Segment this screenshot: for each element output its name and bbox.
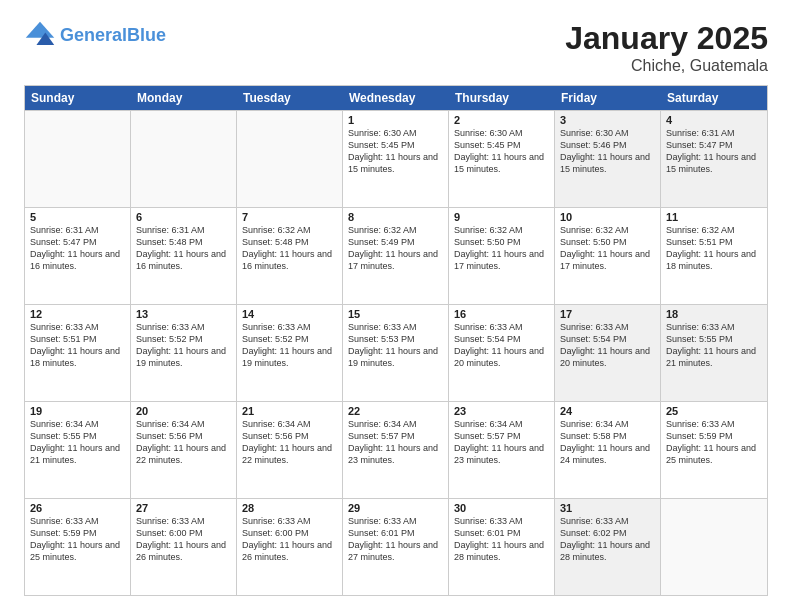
day-info: Sunrise: 6:33 AM Sunset: 5:59 PM Dayligh…: [666, 418, 762, 467]
day-number: 27: [136, 502, 231, 514]
day-number: 30: [454, 502, 549, 514]
svg-marker-0: [26, 22, 54, 38]
day-info: Sunrise: 6:34 AM Sunset: 5:57 PM Dayligh…: [454, 418, 549, 467]
day-number: 9: [454, 211, 549, 223]
day-number: 13: [136, 308, 231, 320]
day-info: Sunrise: 6:33 AM Sunset: 6:00 PM Dayligh…: [242, 515, 337, 564]
calendar-cell: 10Sunrise: 6:32 AM Sunset: 5:50 PM Dayli…: [555, 208, 661, 304]
header: GeneralBlue January 2025 Chiche, Guatema…: [24, 20, 768, 75]
calendar-cell: 16Sunrise: 6:33 AM Sunset: 5:54 PM Dayli…: [449, 305, 555, 401]
day-info: Sunrise: 6:32 AM Sunset: 5:51 PM Dayligh…: [666, 224, 762, 273]
header-day-wednesday: Wednesday: [343, 86, 449, 110]
day-info: Sunrise: 6:31 AM Sunset: 5:47 PM Dayligh…: [30, 224, 125, 273]
calendar-cell: [25, 111, 131, 207]
calendar-cell: 23Sunrise: 6:34 AM Sunset: 5:57 PM Dayli…: [449, 402, 555, 498]
calendar-cell: 20Sunrise: 6:34 AM Sunset: 5:56 PM Dayli…: [131, 402, 237, 498]
calendar-week-4: 19Sunrise: 6:34 AM Sunset: 5:55 PM Dayli…: [25, 401, 767, 498]
day-number: 11: [666, 211, 762, 223]
day-number: 23: [454, 405, 549, 417]
day-number: 22: [348, 405, 443, 417]
day-number: 31: [560, 502, 655, 514]
calendar-cell: 7Sunrise: 6:32 AM Sunset: 5:48 PM Daylig…: [237, 208, 343, 304]
day-number: 25: [666, 405, 762, 417]
header-day-friday: Friday: [555, 86, 661, 110]
day-number: 29: [348, 502, 443, 514]
day-number: 20: [136, 405, 231, 417]
calendar-cell: 13Sunrise: 6:33 AM Sunset: 5:52 PM Dayli…: [131, 305, 237, 401]
day-number: 15: [348, 308, 443, 320]
calendar-cell: 15Sunrise: 6:33 AM Sunset: 5:53 PM Dayli…: [343, 305, 449, 401]
calendar-cell: 28Sunrise: 6:33 AM Sunset: 6:00 PM Dayli…: [237, 499, 343, 595]
day-number: 4: [666, 114, 762, 126]
calendar-cell: 17Sunrise: 6:33 AM Sunset: 5:54 PM Dayli…: [555, 305, 661, 401]
calendar-cell: 24Sunrise: 6:34 AM Sunset: 5:58 PM Dayli…: [555, 402, 661, 498]
page: GeneralBlue January 2025 Chiche, Guatema…: [0, 0, 792, 612]
calendar-cell: 25Sunrise: 6:33 AM Sunset: 5:59 PM Dayli…: [661, 402, 767, 498]
calendar-cell: 19Sunrise: 6:34 AM Sunset: 5:55 PM Dayli…: [25, 402, 131, 498]
day-number: 2: [454, 114, 549, 126]
day-info: Sunrise: 6:33 AM Sunset: 5:51 PM Dayligh…: [30, 321, 125, 370]
calendar: SundayMondayTuesdayWednesdayThursdayFrid…: [24, 85, 768, 596]
calendar-cell: 31Sunrise: 6:33 AM Sunset: 6:02 PM Dayli…: [555, 499, 661, 595]
header-day-sunday: Sunday: [25, 86, 131, 110]
day-number: 24: [560, 405, 655, 417]
header-day-tuesday: Tuesday: [237, 86, 343, 110]
calendar-cell: 29Sunrise: 6:33 AM Sunset: 6:01 PM Dayli…: [343, 499, 449, 595]
calendar-header: SundayMondayTuesdayWednesdayThursdayFrid…: [25, 86, 767, 110]
day-info: Sunrise: 6:33 AM Sunset: 5:52 PM Dayligh…: [136, 321, 231, 370]
day-info: Sunrise: 6:32 AM Sunset: 5:50 PM Dayligh…: [560, 224, 655, 273]
calendar-cell: 2Sunrise: 6:30 AM Sunset: 5:45 PM Daylig…: [449, 111, 555, 207]
day-info: Sunrise: 6:33 AM Sunset: 5:55 PM Dayligh…: [666, 321, 762, 370]
calendar-cell: [661, 499, 767, 595]
day-info: Sunrise: 6:30 AM Sunset: 5:46 PM Dayligh…: [560, 127, 655, 176]
calendar-cell: 21Sunrise: 6:34 AM Sunset: 5:56 PM Dayli…: [237, 402, 343, 498]
day-number: 10: [560, 211, 655, 223]
calendar-week-1: 1Sunrise: 6:30 AM Sunset: 5:45 PM Daylig…: [25, 110, 767, 207]
day-info: Sunrise: 6:34 AM Sunset: 5:57 PM Dayligh…: [348, 418, 443, 467]
calendar-cell: 18Sunrise: 6:33 AM Sunset: 5:55 PM Dayli…: [661, 305, 767, 401]
day-number: 26: [30, 502, 125, 514]
main-title: January 2025: [565, 20, 768, 57]
day-number: 17: [560, 308, 655, 320]
calendar-cell: 6Sunrise: 6:31 AM Sunset: 5:48 PM Daylig…: [131, 208, 237, 304]
calendar-cell: 3Sunrise: 6:30 AM Sunset: 5:46 PM Daylig…: [555, 111, 661, 207]
day-number: 3: [560, 114, 655, 126]
day-number: 5: [30, 211, 125, 223]
day-info: Sunrise: 6:30 AM Sunset: 5:45 PM Dayligh…: [454, 127, 549, 176]
day-number: 1: [348, 114, 443, 126]
day-number: 21: [242, 405, 337, 417]
calendar-cell: 8Sunrise: 6:32 AM Sunset: 5:49 PM Daylig…: [343, 208, 449, 304]
day-info: Sunrise: 6:32 AM Sunset: 5:48 PM Dayligh…: [242, 224, 337, 273]
calendar-cell: 11Sunrise: 6:32 AM Sunset: 5:51 PM Dayli…: [661, 208, 767, 304]
day-info: Sunrise: 6:32 AM Sunset: 5:49 PM Dayligh…: [348, 224, 443, 273]
day-number: 14: [242, 308, 337, 320]
calendar-cell: 9Sunrise: 6:32 AM Sunset: 5:50 PM Daylig…: [449, 208, 555, 304]
day-info: Sunrise: 6:33 AM Sunset: 5:54 PM Dayligh…: [454, 321, 549, 370]
day-number: 12: [30, 308, 125, 320]
day-info: Sunrise: 6:33 AM Sunset: 5:52 PM Dayligh…: [242, 321, 337, 370]
calendar-cell: 14Sunrise: 6:33 AM Sunset: 5:52 PM Dayli…: [237, 305, 343, 401]
day-info: Sunrise: 6:31 AM Sunset: 5:48 PM Dayligh…: [136, 224, 231, 273]
day-number: 8: [348, 211, 443, 223]
day-info: Sunrise: 6:33 AM Sunset: 5:54 PM Dayligh…: [560, 321, 655, 370]
day-number: 19: [30, 405, 125, 417]
calendar-cell: 26Sunrise: 6:33 AM Sunset: 5:59 PM Dayli…: [25, 499, 131, 595]
calendar-cell: [237, 111, 343, 207]
calendar-cell: 1Sunrise: 6:30 AM Sunset: 5:45 PM Daylig…: [343, 111, 449, 207]
logo-line1: General: [60, 25, 127, 45]
calendar-week-2: 5Sunrise: 6:31 AM Sunset: 5:47 PM Daylig…: [25, 207, 767, 304]
day-number: 18: [666, 308, 762, 320]
day-number: 7: [242, 211, 337, 223]
day-info: Sunrise: 6:33 AM Sunset: 5:59 PM Dayligh…: [30, 515, 125, 564]
calendar-body: 1Sunrise: 6:30 AM Sunset: 5:45 PM Daylig…: [25, 110, 767, 595]
day-info: Sunrise: 6:34 AM Sunset: 5:56 PM Dayligh…: [242, 418, 337, 467]
calendar-cell: 4Sunrise: 6:31 AM Sunset: 5:47 PM Daylig…: [661, 111, 767, 207]
calendar-week-3: 12Sunrise: 6:33 AM Sunset: 5:51 PM Dayli…: [25, 304, 767, 401]
day-info: Sunrise: 6:34 AM Sunset: 5:58 PM Dayligh…: [560, 418, 655, 467]
calendar-week-5: 26Sunrise: 6:33 AM Sunset: 5:59 PM Dayli…: [25, 498, 767, 595]
calendar-cell: 12Sunrise: 6:33 AM Sunset: 5:51 PM Dayli…: [25, 305, 131, 401]
day-number: 6: [136, 211, 231, 223]
day-info: Sunrise: 6:30 AM Sunset: 5:45 PM Dayligh…: [348, 127, 443, 176]
day-info: Sunrise: 6:32 AM Sunset: 5:50 PM Dayligh…: [454, 224, 549, 273]
day-info: Sunrise: 6:34 AM Sunset: 5:56 PM Dayligh…: [136, 418, 231, 467]
